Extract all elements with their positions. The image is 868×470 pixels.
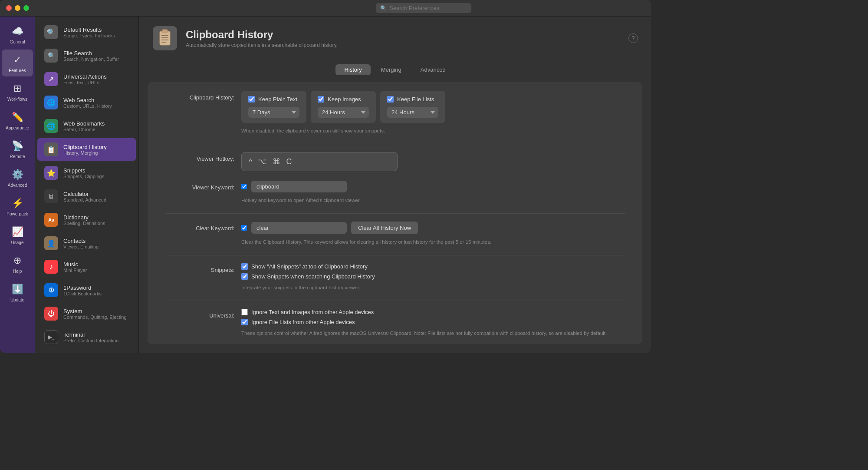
usage-label: Usage — [11, 240, 24, 245]
close-button[interactable] — [6, 5, 12, 11]
nav-item-calculator[interactable]: 🖩 Calculator Standard, Advanced — [37, 185, 136, 208]
nav-item-1password[interactable]: ① 1Password 1Click Bookmarks — [37, 279, 136, 301]
usage-icon: 📈 — [10, 225, 24, 239]
keep-images-checkbox[interactable] — [318, 96, 324, 103]
sidebar-item-features[interactable]: ✓ Features — [2, 50, 33, 76]
icon-sidebar: ☁️ General ✓ Features ⊞ Workflows ✏️ App… — [0, 17, 35, 353]
keep-plain-text-checkbox[interactable] — [248, 96, 255, 103]
default-results-icon: 🔍 — [44, 25, 58, 39]
keep-file-lists-card: Keep File Lists 7 Days 24 Hours 1 Hour — [380, 91, 445, 123]
keep-options-group: Keep Plain Text 1 Day3 Days7 Days1 Month… — [241, 91, 625, 123]
titlebar: 🔍 — [0, 0, 651, 17]
tabs-bar: History Merging Advanced — [139, 60, 651, 82]
nav-item-dictionary[interactable]: Aa Dictionary Spelling, Definitions — [37, 209, 136, 231]
nav-item-web-search[interactable]: 🌐 Web Search Custom, URLs, History — [37, 91, 136, 114]
sidebar-item-powerpack[interactable]: ⚡ Powerpack — [2, 193, 33, 220]
nav-item-file-search[interactable]: 🔍 File Search Search, Navigation, Buffer — [37, 44, 136, 67]
terminal-icon: ▶_ — [44, 330, 58, 344]
clear-keyword-checkbox[interactable] — [241, 225, 247, 231]
main-area: ☁️ General ✓ Features ⊞ Workflows ✏️ App… — [0, 17, 651, 353]
remote-icon: 📡 — [10, 139, 24, 153]
tab-advanced[interactable]: Advanced — [412, 64, 454, 75]
search-bar[interactable]: 🔍 — [376, 3, 471, 13]
music-subtitle: Mini Player — [63, 268, 87, 273]
nav-item-web-bookmarks[interactable]: 🌐 Web Bookmarks Safari, Chrome — [37, 115, 136, 137]
clear-keyword-input[interactable] — [251, 222, 347, 234]
viewer-keyword-checkbox[interactable] — [241, 184, 247, 189]
sidebar-item-general[interactable]: ☁️ General — [2, 21, 33, 48]
clear-helper-text: Clear the Clipboard History. This keywor… — [241, 238, 625, 245]
snippets-subtitle: Snippets, Clippings — [63, 174, 104, 179]
web-bookmarks-icon: 🌐 — [44, 119, 58, 133]
search-input[interactable] — [389, 5, 467, 11]
clear-keyword-row: Clear Keyword: Clear All History Now Cle… — [165, 222, 625, 245]
contacts-subtitle: Viewer, Emailing — [63, 244, 99, 249]
show-snippets-when-searching-label[interactable]: Show Snippets when searching Clipboard H… — [251, 273, 375, 280]
viewer-hotkey-label: Viewer Hotkey: — [165, 152, 234, 162]
update-icon: ⬇️ — [10, 282, 24, 296]
update-label: Update — [10, 298, 24, 302]
nav-item-music[interactable]: ♪ Music Mini Player — [37, 255, 136, 278]
music-icon: ♪ — [44, 260, 58, 274]
file-search-subtitle: Search, Navigation, Buffer — [63, 56, 119, 62]
ignore-text-images-checkbox[interactable] — [241, 309, 248, 315]
clipboard-icon — [152, 25, 178, 51]
keep-file-lists-label[interactable]: Keep File Lists — [397, 96, 434, 103]
minimize-button[interactable] — [15, 5, 20, 11]
divider-2 — [165, 213, 625, 214]
keep-plain-text-label[interactable]: Keep Plain Text — [258, 96, 297, 103]
keep-file-lists-checkbox[interactable] — [387, 96, 394, 103]
nav-item-clipboard-history[interactable]: 📋 Clipboard History History, Merging — [37, 138, 136, 161]
viewer-keyword-input[interactable] — [251, 181, 347, 192]
nav-item-universal-actions[interactable]: ↗ Universal Actions Files, Text, URLs — [37, 68, 136, 90]
terminal-title: Terminal — [63, 331, 118, 338]
sidebar-item-workflows[interactable]: ⊞ Workflows — [2, 78, 33, 105]
help-label: Help — [13, 269, 22, 274]
file-search-icon: 🔍 — [44, 49, 58, 63]
nav-item-large-type[interactable]: L Large Type Display, Font — [37, 349, 136, 353]
svg-rect-2 — [162, 30, 168, 33]
keep-images-label[interactable]: Keep Images — [328, 96, 361, 103]
sidebar-item-help[interactable]: ⊕ Help — [2, 250, 33, 277]
sidebar-item-advanced[interactable]: ⚙️ Advanced — [2, 164, 33, 191]
ignore-file-lists-checkbox[interactable] — [241, 319, 248, 325]
viewer-keyword-label: Viewer Keyword: — [165, 181, 234, 191]
web-search-subtitle: Custom, URLs, History — [63, 103, 112, 109]
sidebar-item-usage[interactable]: 📈 Usage — [2, 222, 33, 248]
keep-images-select[interactable]: 7 Days 24 Hours 1 Hour — [318, 107, 369, 118]
viewer-hotkey-field[interactable]: ^ ⌥ ⌘ C — [241, 152, 398, 171]
keep-file-lists-select[interactable]: 7 Days 24 Hours 1 Hour — [387, 107, 438, 118]
snippets-icon: ⭐ — [44, 166, 58, 180]
file-search-title: File Search — [63, 50, 119, 56]
snippets-row: Snippets: Show "All Snippets" at top of … — [165, 263, 625, 291]
show-all-snippets-checkbox[interactable] — [241, 263, 248, 270]
ignore-file-lists-label[interactable]: Ignore File Lists from other Apple devic… — [251, 319, 355, 325]
advanced-label: Advanced — [8, 183, 27, 188]
help-icon: ⊕ — [10, 254, 24, 268]
tab-history[interactable]: History — [335, 64, 370, 75]
help-button[interactable]: ? — [628, 33, 638, 43]
nav-item-contacts[interactable]: 👤 Contacts Viewer, Emailing — [37, 232, 136, 255]
maximize-button[interactable] — [23, 5, 29, 11]
page-title: Clipboard History — [186, 29, 338, 41]
keep-plain-text-select[interactable]: 1 Day3 Days7 Days1 Month3 Months1 Year — [248, 107, 299, 118]
ignore-text-images-label[interactable]: Ignore Text and Images from other Apple … — [251, 309, 374, 315]
universal-actions-subtitle: Files, Text, URLs — [63, 80, 107, 85]
show-all-snippets-label[interactable]: Show "All Snippets" at top of Clipboard … — [251, 263, 368, 270]
nav-item-default-results[interactable]: 🔍 Default Results Scope, Types, Fallback… — [37, 21, 136, 43]
divider-3 — [165, 255, 625, 255]
nav-item-system[interactable]: ⏻ System Commands, Quitting, Ejecting — [37, 302, 136, 325]
viewer-keyword-row: Viewer Keyword: Hotkey and keyword to op… — [165, 181, 625, 204]
disabled-note: When disabled, the clipboard viewer can … — [241, 127, 625, 134]
1password-subtitle: 1Click Bookmarks — [63, 291, 102, 296]
keep-file-lists-row: Keep File Lists — [387, 96, 438, 103]
show-snippets-when-searching-checkbox[interactable] — [241, 273, 248, 280]
nav-item-terminal[interactable]: ▶_ Terminal Prefix, Custom Integration — [37, 326, 136, 348]
sidebar-item-update[interactable]: ⬇️ Update — [2, 279, 33, 306]
tab-merging[interactable]: Merging — [372, 64, 410, 75]
viewer-hotkey-row: Viewer Hotkey: ^ ⌥ ⌘ C — [165, 152, 625, 171]
nav-item-snippets[interactable]: ⭐ Snippets Snippets, Clippings — [37, 162, 136, 184]
sidebar-item-appearance[interactable]: ✏️ Appearance — [2, 107, 33, 134]
sidebar-item-remote[interactable]: 📡 Remote — [2, 136, 33, 162]
clear-all-history-button[interactable]: Clear All History Now — [351, 222, 418, 234]
